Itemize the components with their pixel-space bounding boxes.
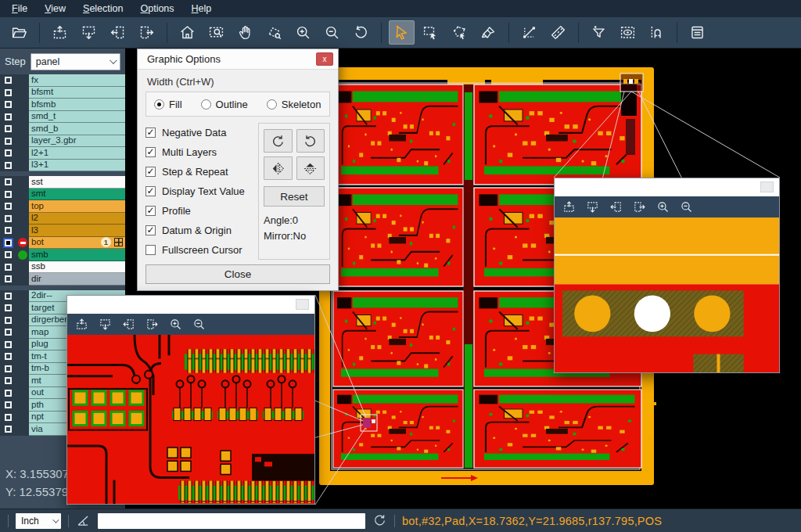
zoom-out-button[interactable] bbox=[192, 318, 206, 331]
option-multi-layers[interactable]: ✓Multi Layers bbox=[145, 142, 253, 162]
box-arrow-left-button[interactable] bbox=[609, 200, 623, 214]
layer-visibility-checkbox[interactable] bbox=[5, 138, 12, 145]
mirror-horizontal-button[interactable] bbox=[264, 156, 293, 180]
layer-row-top[interactable]: top bbox=[0, 200, 125, 213]
layer-visibility-checkbox[interactable] bbox=[5, 264, 12, 271]
layer-row-layer-3-gbr[interactable]: layer_3.gbr bbox=[0, 135, 125, 148]
menu-selection[interactable]: Selection bbox=[74, 0, 131, 17]
rotate-counterclockwise-button[interactable] bbox=[296, 129, 325, 153]
zoom-in-button[interactable] bbox=[656, 200, 670, 214]
layer-row-smd-b[interactable]: smd_b bbox=[0, 123, 125, 135]
refresh-icon[interactable] bbox=[372, 513, 387, 528]
zoom-out-button[interactable] bbox=[319, 20, 345, 45]
measure-distance-button[interactable] bbox=[516, 20, 542, 45]
zoom-out-button[interactable] bbox=[680, 200, 693, 214]
layer-row-sst[interactable]: sst bbox=[0, 176, 125, 189]
grid-icon[interactable] bbox=[114, 238, 123, 246]
option-step-repeat[interactable]: ✓Step & Repeat bbox=[145, 162, 253, 182]
layer-visibility-checkbox[interactable] bbox=[5, 101, 12, 108]
box-arrow-left-button[interactable] bbox=[122, 318, 135, 331]
box-arrow-up-button[interactable] bbox=[562, 200, 576, 214]
magnifier-right-window-button[interactable] bbox=[760, 182, 774, 192]
layer-visibility-checkbox[interactable] bbox=[5, 227, 12, 234]
layer-visibility-checkbox[interactable] bbox=[5, 77, 12, 84]
magnifier-left-window-button[interactable] bbox=[296, 299, 309, 310]
layer-visibility-checkbox[interactable] bbox=[5, 353, 12, 360]
layer-row-l2-1[interactable]: l2+1 bbox=[0, 147, 125, 160]
layer-row-l3[interactable]: l3 bbox=[0, 225, 125, 237]
layer-visibility-checkbox[interactable] bbox=[5, 390, 12, 397]
pan-up-button[interactable] bbox=[47, 20, 73, 45]
dialog-close-x-button[interactable]: x bbox=[316, 52, 333, 66]
pan-right-button[interactable] bbox=[134, 20, 160, 45]
angle-measure-icon[interactable] bbox=[76, 513, 91, 528]
unit-selector[interactable]: Inch bbox=[16, 513, 61, 529]
layer-row-l3-1[interactable]: l3+1 bbox=[0, 160, 125, 172]
dialog-close-button[interactable]: Close bbox=[145, 264, 330, 284]
command-input[interactable] bbox=[98, 513, 365, 529]
layer-visibility-checkbox[interactable] bbox=[5, 239, 12, 246]
box-arrow-right-button[interactable] bbox=[633, 200, 646, 214]
open-file-button[interactable] bbox=[6, 20, 32, 45]
layer-visibility-checkbox[interactable] bbox=[5, 191, 12, 198]
magnifier-right-titlebar[interactable] bbox=[555, 178, 779, 196]
menu-help[interactable]: Help bbox=[183, 0, 221, 17]
select-polygon-button[interactable] bbox=[447, 20, 472, 45]
layer-row-smt[interactable]: smt bbox=[0, 189, 125, 201]
layer-visibility-checkbox[interactable] bbox=[5, 113, 12, 120]
select-rectangle-button[interactable] bbox=[418, 20, 444, 45]
box-arrow-down-button[interactable] bbox=[99, 318, 112, 331]
layer-row-ssb[interactable]: ssb bbox=[0, 261, 125, 274]
option-negative-data[interactable]: ✓Negative Data bbox=[145, 123, 253, 142]
layer-row-bot[interactable]: bot1 bbox=[0, 237, 125, 250]
layer-visibility-checkbox[interactable] bbox=[5, 275, 12, 282]
layer-visibility-checkbox[interactable] bbox=[5, 426, 12, 433]
measure-ruler-button[interactable] bbox=[545, 20, 571, 45]
snap-tool-button[interactable] bbox=[644, 20, 670, 45]
rotate-clockwise-button[interactable] bbox=[264, 129, 293, 153]
width-mode-fill[interactable]: Fill bbox=[154, 99, 182, 110]
width-mode-outline[interactable]: Outline bbox=[201, 99, 248, 110]
option-profile[interactable]: ✓Profile bbox=[145, 201, 253, 221]
box-arrow-right-button[interactable] bbox=[145, 318, 159, 331]
magnifier-left-view[interactable] bbox=[67, 335, 314, 504]
layer-row-fx[interactable]: fx bbox=[0, 74, 125, 87]
layer-visibility-checkbox[interactable] bbox=[5, 251, 12, 258]
zoom-in-button[interactable] bbox=[169, 318, 182, 331]
magnifier-right-view[interactable] bbox=[555, 217, 779, 372]
pan-down-button[interactable] bbox=[76, 20, 102, 45]
pan-hand-button[interactable] bbox=[232, 20, 258, 45]
layer-visibility-checkbox[interactable] bbox=[5, 414, 12, 421]
layer-row-l2[interactable]: l2 bbox=[0, 213, 125, 225]
zoom-in-button[interactable] bbox=[290, 20, 316, 45]
mirror-vertical-button[interactable] bbox=[296, 156, 325, 180]
layer-row-smb[interactable]: smb bbox=[0, 249, 125, 261]
brush-tool-button[interactable] bbox=[476, 20, 501, 45]
view-options-button[interactable] bbox=[615, 20, 641, 45]
layer-visibility-checkbox[interactable] bbox=[5, 215, 12, 222]
layer-visibility-checkbox[interactable] bbox=[5, 401, 12, 408]
layer-visibility-checkbox[interactable] bbox=[5, 149, 12, 156]
layer-visibility-checkbox[interactable] bbox=[5, 293, 12, 300]
pan-left-button[interactable] bbox=[105, 20, 131, 45]
menu-file[interactable]: File bbox=[3, 0, 36, 17]
option-datum-origin[interactable]: ✓Datum & Origin bbox=[145, 221, 253, 240]
report-panel-button[interactable] bbox=[684, 20, 710, 45]
layer-row-bfsmb[interactable]: bfsmb bbox=[0, 99, 125, 111]
select-cursor-button[interactable] bbox=[389, 20, 415, 45]
menu-options[interactable]: Options bbox=[131, 0, 182, 17]
zoom-object-button[interactable] bbox=[261, 20, 287, 45]
layer-visibility-checkbox[interactable] bbox=[5, 89, 12, 96]
layer-visibility-checkbox[interactable] bbox=[5, 377, 12, 384]
magnifier-left-titlebar[interactable] bbox=[67, 296, 314, 314]
reset-button[interactable]: Reset bbox=[264, 186, 325, 207]
box-arrow-down-button[interactable] bbox=[586, 200, 599, 214]
zoom-home-button[interactable] bbox=[174, 20, 200, 45]
layer-visibility-checkbox[interactable] bbox=[5, 317, 12, 324]
layer-row-dir[interactable]: dir bbox=[0, 273, 125, 286]
step-selector[interactable]: panel bbox=[31, 53, 120, 70]
box-arrow-up-button[interactable] bbox=[75, 318, 88, 331]
menu-view[interactable]: View bbox=[36, 0, 74, 17]
layer-visibility-checkbox[interactable] bbox=[5, 162, 12, 169]
zoom-window-button[interactable] bbox=[203, 20, 229, 45]
